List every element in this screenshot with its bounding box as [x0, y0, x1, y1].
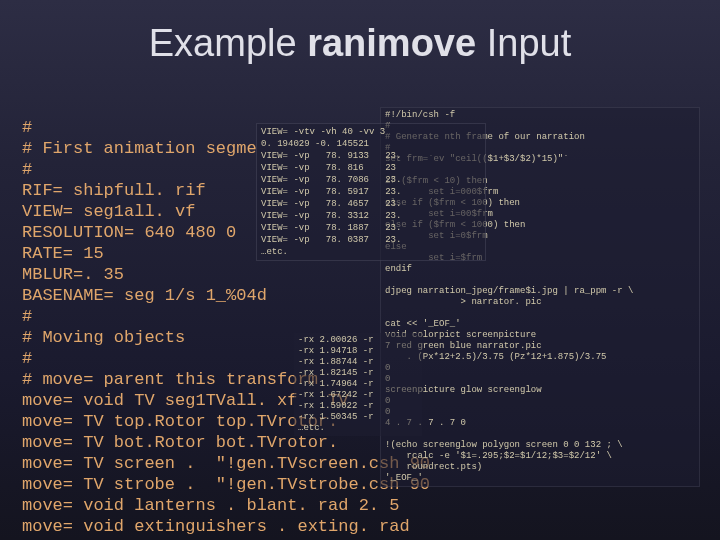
- title-word-3: Input: [476, 22, 571, 64]
- slide: Example ranimove Input # # First animati…: [0, 0, 720, 540]
- inset-code-view-params: VIEW= -vtv -vh 40 -vv 3 0. 194029 -0. 14…: [256, 123, 486, 261]
- title-word-2: ranimove: [307, 22, 476, 64]
- title-word-1: Example: [149, 22, 307, 64]
- inset-code-rx-values: -rx 2.00026 -r -rx 1.94718 -r -rx 1.8874…: [294, 333, 422, 436]
- slide-title: Example ranimove Input: [0, 0, 720, 73]
